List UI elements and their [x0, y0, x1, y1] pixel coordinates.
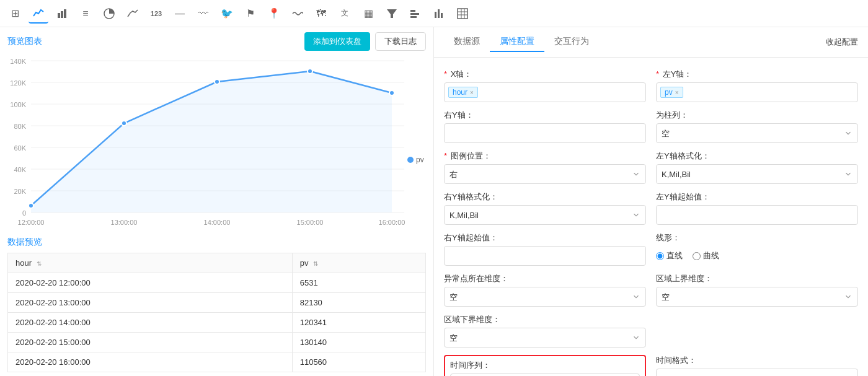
main-layout: 预览图表 添加到仪表盘 下载日志 140K 120K 100K 80K 60K … [0, 27, 868, 376]
svg-rect-8 [435, 12, 436, 18]
left-y-format-label: 左Y轴格式化： [656, 151, 858, 162]
line-style-label: 线形： [656, 232, 858, 243]
upper-bound-select[interactable]: 空 [656, 287, 858, 307]
radio-straight[interactable]: 直线 [656, 250, 683, 261]
table-row: 2020-02-20 16:00:00110560 [8, 352, 426, 372]
left-y-format-select[interactable]: K,Mil,Bil 无 [656, 164, 858, 184]
treemap-icon[interactable]: ▦ [358, 4, 378, 24]
empty-cell [651, 310, 858, 351]
left-y-start-input[interactable] [656, 205, 858, 225]
data-table: hour ⇅ pv ⇅ 2020-02-20 12:00:0065312020-… [7, 253, 426, 372]
svg-text:pv: pv [416, 155, 424, 164]
area-chart-icon[interactable] [123, 4, 143, 24]
right-y-format-group: 右Y轴格式化： K,Mil,Bil 无 [444, 188, 651, 229]
bar-chart-icon[interactable] [52, 4, 72, 24]
svg-rect-10 [441, 13, 443, 18]
svg-text:14:00:00: 14:00:00 [204, 219, 231, 226]
svg-rect-0 [58, 13, 60, 18]
left-y-axis-input[interactable]: pv × [656, 82, 858, 102]
hbar-icon[interactable] [405, 4, 425, 24]
line-style-group: 线形： 直线 曲线 [651, 229, 858, 269]
radio-straight-label: 直线 [666, 250, 683, 261]
map-icon[interactable]: 🗺 [311, 4, 331, 24]
table-row: 2020-02-20 15:00:00130140 [8, 333, 426, 352]
svg-rect-1 [61, 11, 63, 18]
svg-rect-7 [410, 16, 417, 18]
radio-straight-input[interactable] [656, 252, 664, 260]
time-series-select[interactable]: hour day week month [450, 374, 640, 376]
sort-icon-hour[interactable]: ⇅ [37, 260, 42, 267]
left-y-start-label: 左Y轴起始值： [656, 191, 858, 203]
cell-hour: 2020-02-20 15:00:00 [8, 333, 293, 352]
flag-icon[interactable]: ⚑ [241, 4, 260, 24]
right-y-start-input[interactable] [444, 246, 646, 266]
radio-curve[interactable]: 曲线 [693, 250, 719, 261]
svg-text:0: 0 [22, 209, 26, 217]
add-to-dashboard-button[interactable]: 添加到仪表盘 [304, 32, 370, 51]
left-y-tag-close[interactable]: × [675, 89, 679, 96]
left-y-required-marker: * [656, 69, 659, 79]
line-chart-icon[interactable] [29, 4, 48, 24]
table-row: 2020-02-20 13:00:0082130 [8, 293, 426, 313]
funnel-icon[interactable] [382, 4, 402, 24]
time-format-label: 时间格式： [656, 355, 858, 366]
red-arrow: → [434, 370, 435, 377]
x-axis-input[interactable]: hour × [444, 82, 646, 102]
vbar-icon[interactable] [429, 4, 449, 24]
bird-icon[interactable]: 🐦 [217, 4, 237, 24]
x-axis-required-marker: * [444, 69, 447, 79]
grid-icon[interactable]: ⊞ [5, 4, 25, 24]
time-series-wrapper: → 时间序列： hour day week month [444, 351, 651, 376]
dash-icon[interactable]: — [170, 4, 190, 24]
table-grid-icon[interactable] [453, 4, 472, 24]
number-icon[interactable]: 123 [146, 4, 166, 24]
svg-rect-11 [458, 9, 467, 19]
left-y-start-group: 左Y轴起始值： [651, 188, 858, 229]
tab-datasource[interactable]: 数据源 [444, 32, 490, 52]
sort-icon-pv[interactable]: ⇅ [313, 260, 318, 267]
legend-pos-group: * 图例位置： 右 左 上 下 不显示 [444, 147, 651, 188]
right-y-start-label: 右Y轴起始值： [444, 232, 646, 243]
left-panel: 预览图表 添加到仪表盘 下载日志 140K 120K 100K 80K 60K … [0, 27, 434, 376]
wave-icon[interactable] [288, 4, 308, 24]
for-column-select[interactable]: 空 option1 [656, 123, 858, 143]
lower-bound-select[interactable]: 空 [444, 328, 646, 348]
anomaly-dim-select[interactable]: 空 [444, 287, 646, 307]
list-icon[interactable]: ≡ [76, 4, 95, 24]
download-log-button[interactable]: 下载日志 [375, 32, 426, 51]
word-icon[interactable]: 文 [335, 4, 355, 24]
svg-rect-2 [64, 9, 66, 18]
radio-curve-input[interactable] [693, 252, 701, 260]
svg-text:15:00:00: 15:00:00 [297, 219, 324, 226]
cell-pv: 130140 [292, 333, 425, 352]
scatter-icon[interactable]: 〰 [193, 4, 213, 24]
time-format-input[interactable] [656, 369, 858, 376]
right-y-format-select[interactable]: K,Mil,Bil 无 [444, 205, 646, 225]
x-axis-tag-close[interactable]: × [470, 89, 474, 96]
svg-point-35 [215, 79, 219, 84]
legend-pos-label: * 图例位置： [444, 151, 646, 162]
legend-pos-select[interactable]: 右 左 上 下 不显示 [444, 164, 646, 184]
config-form: * X轴： hour × * 左Y轴： pv [434, 58, 868, 376]
right-y-label: 右Y轴： [444, 110, 646, 121]
left-y-axis-tag: pv × [660, 87, 683, 98]
data-preview: 数据预览 hour ⇅ pv ⇅ 2020-02-20 [0, 237, 433, 376]
svg-text:100K: 100K [10, 101, 26, 108]
svg-text:13:00:00: 13:00:00 [111, 219, 138, 226]
x-axis-label: * X轴： [444, 69, 646, 80]
pie-chart-icon[interactable] [99, 4, 119, 24]
cell-pv: 110560 [292, 352, 425, 372]
anomaly-dim-label: 异常点所在维度： [444, 273, 646, 284]
chart-header: 预览图表 添加到仪表盘 下载日志 [7, 32, 426, 51]
tab-interaction[interactable]: 交互行为 [544, 32, 599, 52]
right-y-input[interactable] [444, 123, 646, 143]
pin-icon[interactable]: 📍 [264, 4, 284, 24]
svg-text:140K: 140K [10, 58, 26, 65]
lower-bound-group: 区域下界维度： 空 [444, 310, 651, 351]
collapse-button[interactable]: 收起配置 [826, 37, 858, 48]
x-axis-tag: hour × [448, 87, 478, 98]
tab-properties[interactable]: 属性配置 [490, 32, 544, 52]
svg-text:120K: 120K [10, 79, 26, 87]
anomaly-dim-group: 异常点所在维度： 空 [444, 269, 651, 310]
col-header-pv: pv ⇅ [292, 253, 425, 273]
